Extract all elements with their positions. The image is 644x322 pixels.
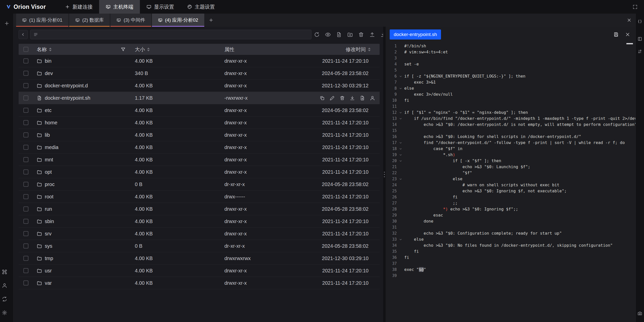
row-checkbox[interactable] [23,95,28,100]
code-line[interactable]: 22 "$f" [386,170,635,176]
row-checkbox[interactable] [23,157,28,162]
code-line[interactable]: 14 echo >&3 "$0: /docker-entrypoint.d/ i… [386,122,635,128]
code-line[interactable]: 11 [386,103,635,110]
code-line[interactable]: 1#!/bin/sh [386,43,635,49]
code-line[interactable]: 18 case "$f" in [386,146,635,152]
table-row[interactable]: dev340 Bdrwxr-xr-x2024-05-28 23:58:02 [19,67,380,80]
code-line[interactable]: 9 exec 3>/dev/null [386,91,635,97]
scrollbar-thumb[interactable] [626,43,633,44]
code-line[interactable]: 20 if [ -x "$f" ]; then [386,158,635,164]
code-editor[interactable]: 1#!/bin/sh2# vim:sw=4:ts=4:et34set -e56i… [386,42,635,322]
sync-icon[interactable] [0,295,9,304]
filter-icon[interactable] [120,47,126,52]
row-checkbox[interactable] [23,120,28,125]
fold-chevron-icon[interactable] [397,176,404,182]
fold-chevron-icon[interactable] [397,110,404,116]
table-row[interactable]: etc4.00 KBdrwxr-xr-x2024-05-28 23:58:02 [19,104,380,117]
file-name[interactable]: tmp [45,256,53,261]
table-row[interactable]: docker-entrypoint.d4.00 KBdrwxr-xr-x2021… [19,80,380,92]
code-line[interactable]: 12if [ "$1" = "nginx" -o "$1" = "nginx-d… [386,110,635,116]
fold-chevron-icon[interactable] [397,85,404,91]
path-menu-icon[interactable] [33,32,38,37]
code-line[interactable]: 23 else [386,176,635,182]
code-line[interactable]: 17 find "/docker-entrypoint.d/" -follow … [386,140,635,146]
file-name[interactable]: media [45,145,58,150]
code-line[interactable]: 34 echo >&3 "$0: No files found in /dock… [386,242,635,248]
row-move-icon[interactable] [360,95,365,101]
code-line[interactable]: 28 *) echo >&3 "$0: Ignoring $f";; [386,206,635,212]
row-edit-icon[interactable] [330,95,335,101]
code-line[interactable]: 35 fi [386,248,635,255]
fullscreen-icon[interactable] [630,2,639,11]
row-permission-icon[interactable] [370,95,375,101]
nav-item[interactable]: 主题设置 [181,0,221,14]
row-checkbox[interactable] [23,58,28,63]
code-line[interactable]: 37 [386,261,635,267]
file-name[interactable]: var [45,280,52,286]
path-input[interactable] [41,32,308,37]
code-line[interactable]: 15 [386,128,635,134]
file-name[interactable]: lib [45,132,50,138]
file-name[interactable]: dev [45,70,53,76]
upload-icon[interactable] [369,32,375,38]
sort-mtime-carets[interactable] [368,48,371,51]
code-line[interactable]: 10fi [386,97,635,103]
row-checkbox[interactable] [23,108,28,113]
preview-hidden-icon[interactable] [325,32,331,38]
row-checkbox[interactable] [23,268,28,273]
code-line[interactable]: 36fi [386,255,635,261]
fold-chevron-icon[interactable] [397,73,404,79]
file-name[interactable]: srv [45,231,52,237]
session-tab[interactable]: (1) 应用-分析01 [16,14,68,27]
panel-layout-icon[interactable] [635,34,644,43]
row-checkbox[interactable] [23,219,28,224]
file-name[interactable]: root [45,194,53,200]
code-line[interactable]: 8else [386,85,635,91]
sort-size-carets[interactable] [147,48,150,51]
file-name[interactable]: proc [45,182,55,187]
new-file-icon[interactable] [336,32,342,38]
file-name[interactable]: run [45,206,52,212]
fold-chevron-icon[interactable] [397,146,404,152]
row-checkbox[interactable] [23,206,28,211]
code-line[interactable]: 29 esac [386,212,635,218]
fold-chevron-icon[interactable] [397,140,404,146]
code-line[interactable]: 21 echo >&3 "$0: Launching $f"; [386,164,635,170]
table-row[interactable]: srv4.00 KBdrwxr-xr-x2021-11-24 17:20:10 [19,228,380,240]
fold-chevron-icon[interactable] [397,236,404,242]
fold-chevron-icon[interactable] [397,158,404,164]
save-icon[interactable] [613,32,619,37]
row-download-icon[interactable] [350,95,355,101]
session-tab[interactable]: (2) 数据库 [69,14,110,27]
nav-item[interactable]: 显示设置 [140,0,181,14]
table-row[interactable]: var4.00 KBdrwxr-xr-x2021-11-24 17:20:10 [19,277,380,289]
row-checkbox[interactable] [23,132,28,137]
fold-chevron-icon[interactable] [397,152,404,158]
file-name[interactable]: usr [45,268,52,274]
file-name[interactable]: bin [45,58,52,64]
screenshot-icon[interactable] [635,309,644,318]
row-checkbox[interactable] [23,256,28,261]
file-name[interactable]: docker-entrypoint.sh [45,95,90,101]
row-checkbox[interactable] [23,83,28,88]
table-row[interactable]: tmp4.00 KBdrwxrwxrwx2021-12-30 03:29:10 [19,252,380,265]
shortcuts-icon[interactable] [0,267,9,276]
file-name[interactable]: etc [45,108,52,113]
table-row[interactable]: docker-entrypoint.sh1.17 KB-rwxrwxr-x [19,92,380,104]
new-folder-icon[interactable] [347,32,353,38]
back-button[interactable] [19,30,28,39]
code-line[interactable]: 4set -e [386,61,635,67]
code-line[interactable]: 38exec "$@" [386,267,635,273]
file-name[interactable]: opt [45,169,52,175]
code-line[interactable]: 3 [386,55,635,61]
code-line[interactable]: 25 echo >&3 "$0: Ignoring $f, not execut… [386,188,635,194]
code-line[interactable]: 19 *.sh) [386,152,635,158]
code-line[interactable]: 16 echo >&3 "$0: Looking for shell scrip… [386,134,635,140]
row-checkbox[interactable] [23,145,28,150]
session-tab[interactable]: (3) 中间件 [110,14,151,27]
nav-item[interactable]: 新建连接 [58,0,99,14]
table-row[interactable]: sbin4.00 KBdrwxr-xr-x2021-11-24 17:20:10 [19,215,380,228]
editor-file-tab[interactable]: docker-entrypoint.sh [390,29,441,40]
code-line[interactable]: 24 # warn on shell scripts without exec … [386,182,635,188]
table-row[interactable]: proc0 Bdr-xr-xr-x2024-05-28 23:58:02 [19,178,380,191]
